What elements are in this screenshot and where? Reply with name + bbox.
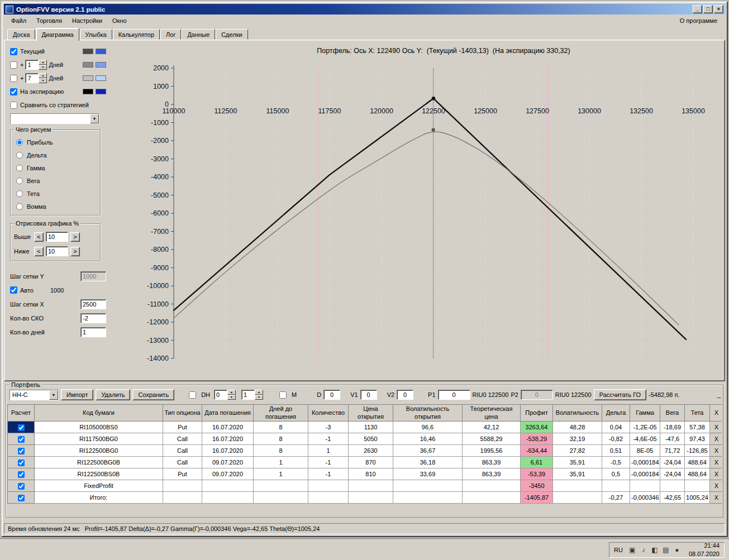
cell-theta[interactable]: 57,38 (685, 422, 710, 433)
cell-profit[interactable]: -1405,87 (521, 492, 553, 504)
col-header-code[interactable]: Код бумаги (35, 405, 163, 422)
plus1-days-spinner[interactable]: ▲▼ (39, 60, 47, 70)
dh-spin1-input[interactable] (214, 390, 227, 400)
col-header-close[interactable]: X (710, 405, 722, 422)
cell-theoretical-price[interactable]: 5588,29 (463, 433, 521, 445)
cell-volatility[interactable]: 35,91 (553, 457, 602, 468)
tray-network-icon[interactable]: ▤ (662, 546, 670, 554)
cell-gamma[interactable]: -4,6E-05 (630, 433, 660, 445)
row-delete-button[interactable]: X (710, 457, 722, 468)
cell-theta[interactable]: -126,85 (685, 445, 710, 457)
spin-up-icon[interactable]: ▲ (39, 60, 47, 65)
cell-theoretical-price[interactable]: 863,39 (463, 468, 521, 480)
current-swatch-blue[interactable] (96, 49, 106, 54)
col-header-open-price[interactable]: Цена открытия (349, 405, 393, 422)
auto-grid-checkbox[interactable] (10, 286, 17, 294)
cell-theta[interactable] (685, 480, 710, 492)
cell-open-price[interactable]: 1130 (349, 422, 393, 433)
expiration-swatch-black[interactable] (83, 89, 93, 94)
cell-open-price[interactable]: 2630 (349, 445, 393, 457)
col-header-expiry-date[interactable]: Дата погашения (202, 405, 254, 422)
col-header-theoretical-price[interactable]: Теоретическая цена (463, 405, 521, 422)
row-delete-button[interactable]: X (710, 492, 722, 504)
below-percent-input[interactable] (46, 246, 68, 256)
cell-gamma[interactable]: -0,000184 (630, 457, 660, 468)
days-count-input[interactable] (80, 327, 106, 337)
cell-quantity[interactable]: -3 (308, 422, 349, 433)
col-header-vega[interactable]: Вега (660, 405, 685, 422)
cell-open-price[interactable]: 870 (349, 457, 393, 468)
spin-down-icon[interactable]: ▼ (227, 395, 236, 400)
plus1-curve-checkbox[interactable] (10, 61, 17, 69)
plus1-swatch-blue[interactable] (96, 62, 106, 68)
tray-display-icon[interactable]: ◧ (651, 546, 659, 554)
plus7-swatch-dark[interactable] (83, 75, 93, 81)
row-delete-button[interactable]: X (710, 433, 722, 445)
draw-option-radio[interactable] (16, 178, 23, 184)
cell-delta[interactable]: 0,51 (602, 445, 630, 457)
cell-theoretical-price[interactable]: 1995,56 (463, 445, 521, 457)
calculate-go-button[interactable]: Рассчитать ГО (594, 389, 646, 400)
below-increase-button[interactable]: > (70, 247, 80, 256)
cell-profit[interactable]: -538,29 (521, 433, 553, 445)
cell-open-volatility[interactable] (393, 480, 463, 492)
menu-window[interactable]: Окно (107, 16, 132, 26)
cell-days-left[interactable] (254, 480, 308, 492)
cell-days-left[interactable]: 8 (254, 433, 308, 445)
draw-option-5[interactable]: Тета (14, 187, 97, 200)
cell-days-left[interactable] (254, 492, 308, 504)
draw-option-2[interactable]: Дельта (14, 149, 97, 161)
row-calc-checkbox[interactable] (18, 483, 25, 490)
cell-expiry-date[interactable] (202, 492, 254, 504)
v1-input[interactable] (360, 390, 377, 400)
row-select-cell[interactable] (8, 433, 35, 445)
current-curve-checkbox[interactable] (10, 48, 17, 55)
cell-open-price[interactable] (349, 492, 393, 504)
tab-6[interactable]: Данные (182, 29, 215, 40)
draw-option-4[interactable]: Вега (14, 174, 97, 187)
plus1-swatch-dark[interactable] (83, 62, 93, 68)
row-calc-checkbox[interactable] (18, 471, 25, 478)
cell-expiry-date[interactable]: 16.07.2020 (202, 433, 254, 445)
draw-option-radio[interactable] (16, 190, 23, 197)
row-calc-checkbox[interactable] (18, 424, 25, 431)
dh-spin1-spinner[interactable]: ▲▼ (227, 390, 236, 400)
maximize-button[interactable]: □ (703, 5, 713, 13)
plus7-days-input[interactable] (25, 73, 39, 83)
tab-2[interactable]: Диаграмма (36, 28, 79, 41)
cell-days-left[interactable]: 8 (254, 445, 308, 457)
col-header-days-left[interactable]: Дней до погашения (254, 405, 308, 422)
row-delete-button[interactable]: X (710, 445, 722, 457)
tray-app-icon[interactable]: ▣ (628, 546, 636, 554)
spin-down-icon[interactable]: ▼ (255, 395, 263, 400)
close-button[interactable]: × (714, 5, 723, 13)
col-header-open-volatility[interactable]: Волатильность открытия (393, 405, 463, 422)
cell-profit[interactable]: 6,61 (521, 457, 553, 468)
cell-option-type[interactable]: Call (163, 457, 202, 468)
row-calc-checkbox[interactable] (18, 448, 25, 454)
cell-open-price[interactable]: 5050 (349, 433, 393, 445)
cell-quantity[interactable]: -1 (308, 433, 349, 445)
cell-option-type[interactable] (163, 492, 202, 504)
cell-code[interactable]: Итого: (35, 492, 163, 504)
row-calc-checkbox[interactable] (18, 460, 25, 466)
chevron-down-icon[interactable]: ▼ (49, 390, 58, 400)
minimize-button[interactable]: _ (693, 5, 702, 13)
plus7-curve-checkbox[interactable] (10, 75, 17, 82)
cell-option-type[interactable] (163, 480, 202, 492)
profit-chart[interactable]: 200010000-1000-2000-3000-4000-5000-6000-… (130, 61, 716, 367)
tab-3[interactable]: Улыбка (80, 29, 112, 40)
language-indicator[interactable]: RU (614, 547, 625, 553)
cell-gamma[interactable]: -0,000184 (630, 468, 660, 480)
tab-4[interactable]: Калькулятор (113, 29, 160, 40)
cell-expiry-date[interactable]: 16.07.2020 (202, 445, 254, 457)
cell-quantity[interactable] (308, 492, 349, 504)
row-delete-button[interactable]: X (710, 480, 722, 492)
cell-theta[interactable]: 97,43 (685, 433, 710, 445)
cell-profit[interactable]: 3263,64 (521, 422, 553, 433)
row-select-cell[interactable] (8, 468, 35, 480)
plus7-days-spinner[interactable]: ▲▼ (39, 73, 47, 83)
cell-open-volatility[interactable]: 36,67 (393, 445, 463, 457)
col-header-theta[interactable]: Тета (685, 405, 710, 422)
cell-volatility[interactable]: 48,28 (553, 422, 602, 433)
